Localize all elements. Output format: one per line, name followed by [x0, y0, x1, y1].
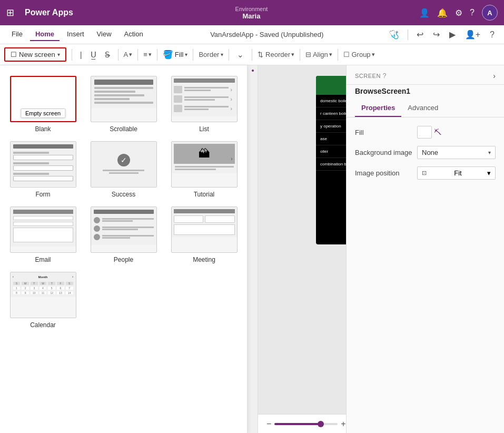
redo-button[interactable]: ↪ [430, 28, 443, 41]
share-button[interactable]: 👤+ [462, 28, 483, 41]
list-item: ase › [316, 133, 346, 145]
font-size-tool[interactable]: A ▾ [124, 51, 133, 58]
screen-item-people[interactable]: People [86, 206, 161, 263]
background-image-select-text: None [422, 149, 438, 156]
zoom-thumb[interactable] [318, 421, 324, 427]
tutorial-label: Tutorial [194, 191, 215, 198]
more-options-icon[interactable]: ⌄ [234, 49, 246, 61]
screen-item-email[interactable]: Email [5, 206, 81, 263]
toolbar-separator-7 [252, 49, 252, 61]
menu-insert[interactable]: Insert [62, 28, 90, 41]
canvas-inner[interactable]: ↺ ⇅ domestic boiler › r canteen boiler › [258, 65, 346, 433]
image-position-row: Image position ⊡ Fit ▾ [355, 166, 496, 180]
align-ctrl-tool[interactable]: ⊟ Align ▾ [305, 51, 332, 58]
screen-thumb-success: ✓ [91, 141, 157, 188]
screen-item-meeting[interactable]: Meeting [166, 206, 242, 263]
list-item: oller › [316, 145, 346, 158]
props-tabs: Properties Advanced [347, 100, 504, 117]
screen-item-blank[interactable]: Empty screen Blank [5, 76, 81, 133]
align-tool[interactable]: ≡ ▾ [143, 51, 152, 58]
screen-thumb-email [10, 206, 76, 253]
health-icon[interactable]: 🩺 [386, 28, 402, 41]
screen-grid: Empty screen Blank [5, 71, 242, 334]
fill-chevron-icon: ▾ [185, 52, 187, 57]
app-list: domestic boiler › r canteen boiler › y o… [316, 95, 346, 171]
screen-thumb-people [91, 206, 157, 253]
menu-action[interactable]: Action [119, 28, 149, 41]
fill-dropper-icon[interactable]: ⛏ [434, 128, 441, 136]
border-button[interactable]: Border ▾ [199, 51, 223, 58]
new-screen-panel: Empty screen Blank [0, 65, 248, 433]
tab-properties[interactable]: Properties [355, 100, 401, 117]
scrollable-label: Scrollable [110, 125, 137, 133]
screen-item-scrollable[interactable]: Scrollable [86, 76, 161, 133]
bell-icon[interactable]: 🔔 [437, 8, 448, 18]
people-label: People [114, 256, 133, 263]
fill-label: Fill [175, 51, 184, 58]
screen-thumb-meeting [171, 206, 238, 253]
screen-thumb-form [10, 141, 76, 188]
strip-dot [252, 70, 254, 72]
tab-advanced[interactable]: Advanced [401, 100, 444, 117]
border-chevron-icon: ▾ [221, 52, 223, 57]
chevron-down-icon: ▾ [57, 52, 60, 57]
new-screen-button[interactable]: ☐ New screen ▾ [4, 47, 66, 62]
app-saved-label: VanArsdelApp - Saved (Unpublished) [151, 31, 383, 38]
fill-color-swatch[interactable] [417, 126, 432, 139]
item-text: y operation [320, 124, 341, 129]
toolbar: ☐ New screen ▾ | U̲ S̶ A ▾ ≡ ▾ 🪣 Fill ▾ … [0, 44, 504, 65]
menu-home[interactable]: Home [30, 28, 60, 41]
menu-bar: File Home Insert View Action VanArsdelAp… [0, 25, 504, 44]
success-checkmark-icon: ✓ [117, 154, 130, 166]
menu-right-icons: 🩺 ↩ ↪ ▶ 👤+ ? [386, 28, 498, 41]
image-position-chevron-icon: ▾ [487, 169, 491, 177]
form-label: Form [36, 191, 51, 198]
play-button[interactable]: ▶ [446, 28, 459, 41]
screen-item-calendar[interactable]: ‹ Month › S M T W T F S [5, 272, 81, 329]
strikethrough-icon[interactable]: S̶ [102, 49, 113, 61]
zoom-slider[interactable] [274, 423, 338, 425]
env-label: Environment [235, 6, 268, 12]
help-icon[interactable]: ? [470, 8, 475, 17]
item-text: ase [320, 136, 327, 141]
fill-label: Fill [355, 129, 413, 136]
group-tool[interactable]: ☐ Group ▾ [343, 51, 375, 58]
undo-button[interactable]: ↩ [413, 28, 427, 41]
list-item: domestic boiler › [316, 95, 346, 107]
avatar[interactable]: A [482, 5, 498, 21]
fill-button[interactable]: 🪣 Fill ▾ [163, 50, 188, 60]
screen-section-label: SCREEN ? [355, 72, 387, 80]
image-position-select-text: Fit [454, 169, 461, 177]
env-name: Maria [243, 12, 261, 20]
item-text: combination boiler [320, 162, 346, 166]
menu-file[interactable]: File [6, 28, 28, 41]
item-text: domestic boiler [320, 99, 346, 103]
zoom-out-button[interactable]: − [266, 419, 271, 429]
status-bar: − + 30 % [258, 414, 346, 433]
list-item: combination boiler › [316, 158, 346, 171]
right-panel: ↺ ⇅ domestic boiler › r canteen boiler › [248, 65, 504, 433]
screen-item-form[interactable]: Form [5, 141, 81, 198]
expand-panel-button[interactable]: › [493, 72, 496, 80]
menu-view[interactable]: View [92, 28, 117, 41]
help-button[interactable]: ? [487, 29, 498, 41]
screen-item-tutorial[interactable]: 🏔 › Tutorial [166, 141, 242, 198]
toolbar-separator-9 [338, 49, 338, 61]
main-area: Empty screen Blank [0, 65, 504, 433]
fill-value: ⛏ [417, 126, 496, 139]
image-position-select[interactable]: ⊡ Fit ▾ [417, 166, 496, 180]
meeting-label: Meeting [193, 256, 215, 263]
zoom-controls: − + 30 % [266, 419, 346, 429]
screen-item-success[interactable]: ✓ Success [86, 141, 161, 198]
border-label: Border [199, 51, 219, 58]
waffle-icon[interactable]: ⊞ [6, 7, 14, 18]
underline-icon[interactable]: U̲ [88, 49, 99, 61]
settings-icon[interactable]: ⚙ [455, 8, 462, 18]
canvas-area: ↺ ⇅ domestic boiler › r canteen boiler › [248, 65, 346, 433]
background-image-select[interactable]: None ▾ [417, 146, 496, 159]
person-icon[interactable]: 👤 [419, 8, 430, 18]
reorder-tool[interactable]: ⇅ Reorder ▾ [258, 51, 294, 58]
screen-item-list[interactable]: › › [166, 76, 242, 133]
zoom-in-button[interactable]: + [341, 419, 345, 429]
divider-tool-icon[interactable]: | [77, 49, 85, 60]
